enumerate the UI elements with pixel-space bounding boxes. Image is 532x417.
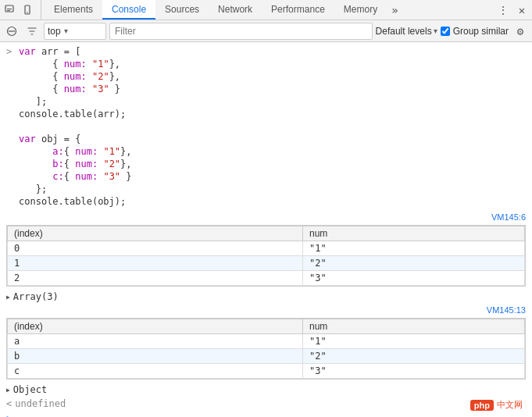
- filter-input[interactable]: [109, 23, 373, 40]
- table-row: b: [8, 349, 303, 364]
- table-row: 0: [8, 241, 303, 256]
- php-badge: php: [470, 400, 494, 411]
- clear-console-icon[interactable]: [3, 23, 20, 40]
- table-row: "2": [302, 349, 524, 364]
- tab-memory[interactable]: Memory: [334, 0, 387, 20]
- code-line: };: [6, 183, 526, 195]
- devtools-icons: [3, 0, 41, 20]
- tab-actions: ⋮ ✕: [496, 3, 529, 17]
- code-line: console.table(obj);: [6, 195, 526, 208]
- code-line: ];: [6, 95, 526, 108]
- mobile-icon[interactable]: [20, 3, 34, 17]
- svg-rect-1: [7, 9, 12, 9]
- filter-icon[interactable]: [23, 23, 41, 40]
- console-content: > var arr = [ { num: "1"}, { num: "2"}, …: [0, 42, 532, 417]
- context-selector[interactable]: top ▾: [44, 23, 106, 40]
- code-line: { num: "2"},: [6, 70, 526, 83]
- tab-sources[interactable]: Sources: [155, 0, 209, 20]
- more-options-icon[interactable]: ⋮: [496, 3, 510, 17]
- svg-rect-2: [7, 10, 10, 11]
- table-row: "3": [302, 364, 524, 379]
- code-area: > var arr = [ { num: "1"}, { num: "2"}, …: [0, 42, 532, 211]
- tab-bar: Elements Console Sources Network Perform…: [0, 0, 532, 20]
- tab-elements[interactable]: Elements: [45, 0, 102, 20]
- tab-performance[interactable]: Performance: [262, 0, 334, 20]
- code-line: console.table(arr);: [6, 108, 526, 120]
- console-prompt[interactable]: >: [0, 411, 532, 417]
- code-line: { num: "3" }: [6, 83, 526, 95]
- more-tabs-icon[interactable]: »: [387, 1, 402, 20]
- code-line: var obj = {: [6, 133, 526, 145]
- code-line: b:{ num: "2"},: [6, 158, 526, 170]
- table-row: "1": [302, 241, 524, 256]
- table-row: c: [8, 364, 303, 379]
- expand-array-icon: ▶: [6, 294, 10, 301]
- output-arrow-icon: <: [6, 398, 12, 409]
- table-row: "2": [302, 256, 524, 271]
- table-row: 1: [8, 256, 303, 271]
- levels-arrow-icon: ▾: [434, 27, 437, 35]
- code-line: c:{ num: "3" }: [6, 170, 526, 183]
- table1-col-num: num: [302, 226, 524, 241]
- table-row: "1": [302, 334, 524, 349]
- code-line: [6, 120, 526, 133]
- data-table-2: (index) num a"1"b"2"c"3": [7, 319, 525, 379]
- table2-col-index: (index): [8, 319, 303, 334]
- undefined-output: < undefined: [0, 397, 532, 411]
- table1-col-index: (index): [8, 226, 303, 241]
- expand-object-icon: ▶: [6, 387, 10, 394]
- php-site-label: 中文网: [497, 399, 523, 411]
- group-similar-label: Group similar: [453, 26, 509, 37]
- table-row: a: [8, 334, 303, 349]
- tab-console[interactable]: Console: [102, 0, 155, 20]
- table-row: 2: [8, 271, 303, 286]
- code-line: { num: "1"},: [6, 58, 526, 70]
- vm-ref-2: VM145:13: [0, 304, 532, 316]
- default-levels-button[interactable]: Default levels ▾: [376, 26, 437, 37]
- close-icon[interactable]: ✕: [515, 3, 529, 17]
- array-footer[interactable]: ▶ Array(3): [0, 290, 532, 304]
- code-line: > var arr = [: [6, 45, 526, 58]
- chevron-down-icon: ▾: [64, 27, 68, 35]
- cursor-icon[interactable]: [3, 3, 17, 17]
- tab-network[interactable]: Network: [209, 0, 262, 20]
- object-table: (index) num a"1"b"2"c"3": [6, 318, 526, 380]
- group-similar-checkbox[interactable]: [441, 27, 450, 36]
- table2-col-num: num: [302, 319, 524, 334]
- php-badge-container: php 中文网: [466, 397, 527, 412]
- object-footer[interactable]: ▶ Object: [0, 383, 532, 397]
- data-table-1: (index) num 0"1"1"2"2"3": [7, 226, 525, 286]
- svg-rect-4: [27, 12, 28, 12]
- settings-icon[interactable]: ⚙: [512, 23, 529, 40]
- table-row: "3": [302, 271, 524, 286]
- code-prompt: >: [6, 45, 16, 58]
- console-toolbar: top ▾ Default levels ▾ Group similar ⚙: [0, 20, 532, 42]
- array-table: (index) num 0"1"1"2"2"3": [6, 225, 526, 287]
- vm-ref-1: VM145:6: [0, 211, 532, 223]
- code-line: a:{ num: "1"},: [6, 145, 526, 158]
